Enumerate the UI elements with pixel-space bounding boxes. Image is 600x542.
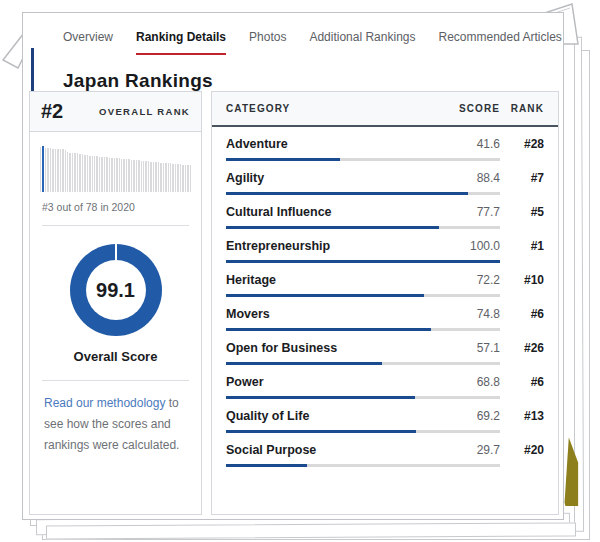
rank-value: #6 bbox=[500, 375, 544, 389]
tab-overview[interactable]: Overview bbox=[63, 30, 113, 55]
overall-score-donut: 99.1 bbox=[70, 244, 162, 336]
rank-histogram-caption: #3 out of 78 in 2020 bbox=[42, 201, 189, 213]
rank-value: #5 bbox=[500, 205, 544, 219]
category-label: Agility bbox=[226, 171, 450, 185]
tab-photos[interactable]: Photos bbox=[249, 30, 286, 55]
score-value: 72.2 bbox=[450, 273, 500, 287]
overall-rank-header: #2 OVERALL RANK bbox=[30, 92, 201, 132]
score-value: 41.6 bbox=[450, 137, 500, 151]
category-label: Power bbox=[226, 375, 450, 389]
overall-score-value: 99.1 bbox=[96, 279, 135, 302]
tab-additional-rankings[interactable]: Additional Rankings bbox=[309, 30, 415, 55]
score-value: 57.1 bbox=[450, 341, 500, 355]
rank-value: #7 bbox=[500, 171, 544, 185]
rank-value: #26 bbox=[500, 341, 544, 355]
header-score: SCORE bbox=[450, 103, 500, 114]
category-label: Social Purpose bbox=[226, 443, 450, 457]
score-value: 77.7 bbox=[450, 205, 500, 219]
table-row: Social Purpose 29.7 #20 bbox=[212, 433, 558, 467]
methodology-link[interactable]: Read our methodology bbox=[44, 396, 165, 410]
table-row: Adventure 41.6 #28 bbox=[212, 127, 558, 161]
rank-value: #1 bbox=[500, 239, 544, 253]
divider bbox=[42, 225, 189, 226]
rank-value: #10 bbox=[500, 273, 544, 287]
category-label: Cultural Influence bbox=[226, 205, 450, 219]
score-value: 100.0 bbox=[450, 239, 500, 253]
rank-value: #28 bbox=[500, 137, 544, 151]
rank-value: #6 bbox=[500, 307, 544, 321]
category-label: Quality of Life bbox=[226, 409, 450, 423]
rank-value: #13 bbox=[500, 409, 544, 423]
overall-rank-card: #2 OVERALL RANK #3 out of 78 in 2020 99.… bbox=[29, 91, 202, 515]
category-label: Open for Business bbox=[226, 341, 450, 355]
overall-rank-value: #2 bbox=[41, 100, 63, 123]
table-row: Open for Business 57.1 #26 bbox=[212, 331, 558, 365]
category-label: Entrepreneurship bbox=[226, 239, 450, 253]
score-value: 88.4 bbox=[450, 171, 500, 185]
table-row: Entrepreneurship 100.0 #1 bbox=[212, 229, 558, 263]
donut-hole: 99.1 bbox=[86, 260, 146, 320]
rank-histogram bbox=[40, 146, 191, 192]
divider bbox=[42, 380, 189, 381]
table-row: Heritage 72.2 #10 bbox=[212, 263, 558, 297]
score-bar-track bbox=[226, 464, 500, 467]
category-rank-table: CATEGORY SCORE RANK Adventure 41.6 #28 A… bbox=[211, 91, 559, 515]
tab-ranking-details[interactable]: Ranking Details bbox=[136, 30, 226, 55]
overall-rank-label: OVERALL RANK bbox=[99, 106, 190, 117]
score-value: 69.2 bbox=[450, 409, 500, 423]
page-title: Japan Rankings bbox=[63, 70, 213, 92]
category-label: Movers bbox=[226, 307, 450, 321]
header-rank: RANK bbox=[500, 103, 544, 114]
table-row: Agility 88.4 #7 bbox=[212, 161, 558, 195]
table-row: Power 68.8 #6 bbox=[212, 365, 558, 399]
table-row: Movers 74.8 #6 bbox=[212, 297, 558, 331]
score-bar-fill bbox=[226, 464, 307, 467]
table-header: CATEGORY SCORE RANK bbox=[212, 92, 558, 127]
score-value: 68.8 bbox=[450, 375, 500, 389]
table-row: Quality of Life 69.2 #13 bbox=[212, 399, 558, 433]
tab-recommended-articles[interactable]: Recommended Articles bbox=[438, 30, 561, 55]
main-page: Overview Ranking Details Photos Addition… bbox=[22, 12, 564, 520]
methodology-note: Read our methodology to see how the scor… bbox=[44, 393, 187, 456]
tab-bar: Overview Ranking Details Photos Addition… bbox=[63, 30, 553, 55]
rank-value: #20 bbox=[500, 443, 544, 457]
category-label: Heritage bbox=[226, 273, 450, 287]
header-category: CATEGORY bbox=[226, 103, 450, 114]
score-value: 74.8 bbox=[450, 307, 500, 321]
navy-edge-decoration bbox=[31, 48, 34, 91]
score-value: 29.7 bbox=[450, 443, 500, 457]
table-row: Cultural Influence 77.7 #5 bbox=[212, 195, 558, 229]
category-label: Adventure bbox=[226, 137, 450, 151]
overall-score-label: Overall Score bbox=[30, 349, 201, 364]
